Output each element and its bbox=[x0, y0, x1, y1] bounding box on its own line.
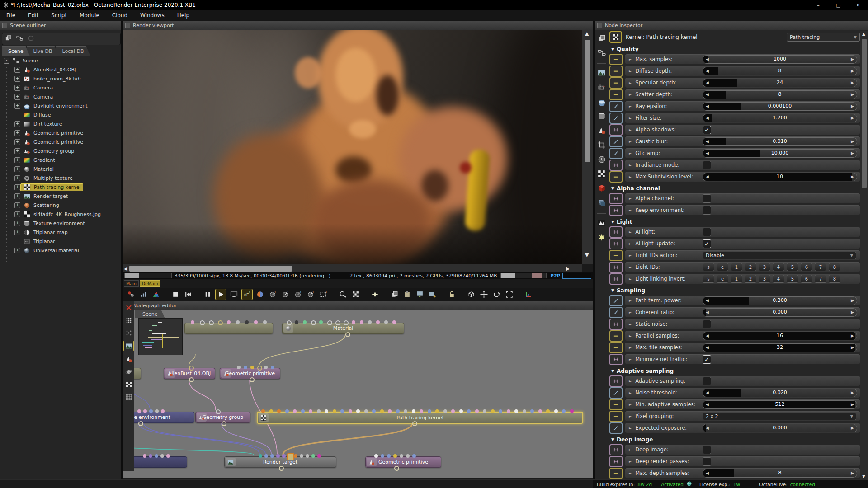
menu-file[interactable]: File bbox=[0, 10, 22, 20]
snap-grid-icon[interactable] bbox=[124, 328, 133, 338]
scroll-up-icon[interactable]: ▲ bbox=[862, 32, 865, 36]
param-slider[interactable]: ◀▶1000 bbox=[703, 55, 857, 64]
node-pin[interactable] bbox=[301, 409, 305, 413]
align-nodes-icon[interactable] bbox=[124, 315, 133, 325]
param-slider[interactable]: ◀▶8 bbox=[703, 90, 857, 99]
node-pin[interactable] bbox=[499, 409, 502, 413]
daylight-icon[interactable] bbox=[598, 98, 606, 107]
node-pin[interactable] bbox=[254, 320, 258, 324]
export-image-icon[interactable] bbox=[427, 289, 438, 300]
node-pin[interactable] bbox=[412, 454, 416, 458]
param-slider[interactable]: ◀▶1.200 bbox=[703, 114, 857, 122]
light-id-button-8[interactable]: 8 bbox=[829, 275, 840, 283]
node-pin[interactable] bbox=[514, 409, 518, 413]
tree-item-path-tracing-kernel[interactable]: +Path tracing kernel bbox=[0, 183, 121, 192]
param-slider[interactable]: ◀▶0.000100 bbox=[703, 102, 857, 111]
render-image[interactable] bbox=[123, 30, 582, 264]
light-id-button-2[interactable]: 2 bbox=[745, 263, 756, 271]
image-icon[interactable] bbox=[598, 69, 606, 78]
param-expander-icon[interactable]: ► bbox=[629, 414, 632, 418]
node-partial[interactable] bbox=[184, 323, 273, 334]
param-checkbox[interactable] bbox=[703, 228, 711, 236]
outliner-tab-local-db[interactable]: Local DB bbox=[56, 46, 90, 56]
node-pin[interactable] bbox=[245, 320, 249, 324]
expand-icon[interactable]: + bbox=[14, 76, 20, 82]
clock-icon[interactable] bbox=[598, 155, 606, 165]
nodegraph-tab-scene[interactable]: Scene bbox=[135, 310, 165, 318]
node-output-pin[interactable] bbox=[394, 466, 399, 471]
expand-icon[interactable]: + bbox=[14, 130, 20, 136]
node-pin[interactable] bbox=[459, 409, 463, 413]
param-slider[interactable]: ◀▶8 bbox=[703, 469, 857, 478]
light-id-button-1[interactable]: 1 bbox=[731, 263, 742, 271]
param-expander-icon[interactable]: ► bbox=[629, 128, 632, 132]
expand-icon[interactable]: + bbox=[14, 202, 20, 208]
param-slider[interactable]: ◀▶8 bbox=[703, 67, 857, 75]
menu-module[interactable]: Module bbox=[73, 10, 106, 20]
param-expander-icon[interactable]: ► bbox=[629, 230, 632, 234]
node-pin[interactable] bbox=[216, 409, 221, 414]
light-id-button-3[interactable]: 3 bbox=[759, 275, 770, 283]
orbit-icon[interactable] bbox=[491, 289, 502, 300]
magnifier-icon[interactable] bbox=[338, 289, 348, 300]
node-output-pin[interactable] bbox=[222, 421, 226, 426]
param-expander-icon[interactable]: ► bbox=[629, 208, 632, 212]
node-pin[interactable] bbox=[491, 409, 495, 413]
cube-gizmo-icon[interactable] bbox=[466, 289, 476, 300]
tree-item-sl4fadfc-4k-roughness-jpg[interactable]: +sl4fadfc_4K_Roughness.jpg bbox=[0, 210, 121, 219]
node-pin[interactable] bbox=[372, 409, 376, 413]
inspector-scrollbar[interactable]: ▲ ▼ bbox=[860, 31, 868, 479]
kernel-type-dropdown[interactable]: Path tracing ▼ bbox=[787, 33, 860, 42]
node-pin[interactable] bbox=[349, 409, 352, 413]
node-pin[interactable] bbox=[562, 409, 566, 413]
expand-icon[interactable]: + bbox=[14, 148, 20, 154]
node-pin[interactable] bbox=[155, 454, 158, 458]
expand-icon[interactable]: + bbox=[14, 67, 20, 73]
nodegraph-canvas[interactable]: Scene MaterialAlienBust_04.OBJGeometric … bbox=[123, 310, 593, 478]
node-pin[interactable] bbox=[277, 409, 281, 413]
kernel-icon[interactable] bbox=[598, 170, 606, 179]
star-icon[interactable] bbox=[598, 233, 606, 243]
param-slider[interactable]: ◀▶0.010 bbox=[703, 137, 857, 146]
mesh-tool-icon[interactable] bbox=[124, 354, 133, 364]
node-pin[interactable] bbox=[435, 409, 439, 413]
save-image-icon[interactable] bbox=[415, 289, 425, 300]
expand-icon[interactable]: + bbox=[14, 184, 20, 190]
node-pin[interactable] bbox=[554, 409, 558, 413]
node-pin[interactable] bbox=[325, 409, 328, 413]
panel-dock-icon[interactable] bbox=[125, 23, 130, 28]
node-output-pin[interactable] bbox=[345, 332, 350, 337]
param-expander-icon[interactable]: ► bbox=[629, 448, 632, 452]
picker-icon[interactable] bbox=[370, 289, 380, 300]
node-pin[interactable] bbox=[340, 409, 344, 413]
collapse-all-icon[interactable] bbox=[16, 35, 23, 43]
menu-windows[interactable]: Windows bbox=[134, 10, 171, 20]
param-expander-icon[interactable]: ► bbox=[629, 69, 632, 73]
node-pin[interactable] bbox=[263, 320, 267, 324]
tree-item-geometric-primitive[interactable]: +Geometric primitive bbox=[0, 128, 121, 137]
light-id-button-3[interactable]: 3 bbox=[759, 263, 770, 271]
expand-icon[interactable]: + bbox=[14, 211, 20, 217]
play-icon[interactable] bbox=[215, 289, 226, 300]
stop-icon[interactable] bbox=[170, 289, 181, 300]
param-checkbox[interactable]: ✓ bbox=[703, 126, 711, 134]
node-pin[interactable] bbox=[451, 409, 455, 413]
mesh-icon[interactable] bbox=[598, 127, 606, 136]
tree-item-scene[interactable]: -Scene bbox=[0, 56, 121, 65]
expand-icon[interactable]: + bbox=[14, 221, 20, 226]
tree-item-render-target[interactable]: +Render target bbox=[0, 192, 121, 201]
tree-item-material[interactable]: +Material bbox=[0, 164, 121, 174]
light-id-button-1[interactable]: 1 bbox=[731, 275, 742, 283]
node-pin[interactable] bbox=[143, 409, 147, 413]
node-pin[interactable] bbox=[400, 454, 403, 458]
pause-icon[interactable] bbox=[203, 289, 213, 300]
param-slider[interactable]: ◀▶0.300 bbox=[703, 296, 857, 305]
param-checkbox[interactable] bbox=[703, 161, 711, 169]
network-render-icon[interactable] bbox=[126, 289, 136, 300]
light-id-button-e[interactable]: e bbox=[717, 263, 728, 271]
node-pin[interactable] bbox=[404, 409, 407, 413]
param-checkbox[interactable] bbox=[703, 194, 711, 203]
panel-dock-icon[interactable] bbox=[2, 23, 7, 28]
preview-icon[interactable] bbox=[123, 341, 134, 351]
outliner-tab-scene[interactable]: Scene bbox=[2, 46, 30, 56]
